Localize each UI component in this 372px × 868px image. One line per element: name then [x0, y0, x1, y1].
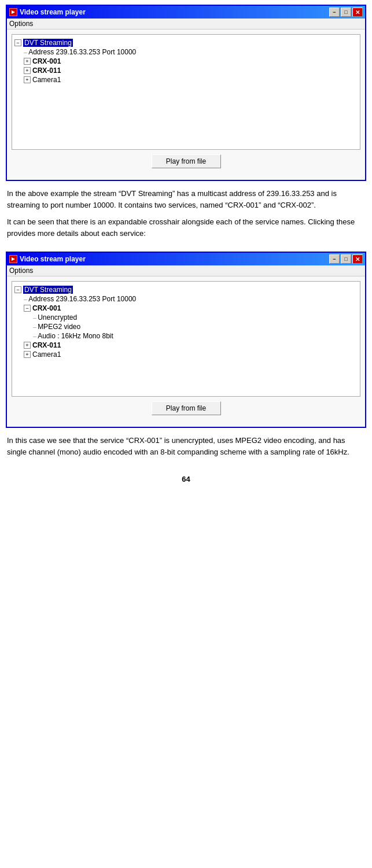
tree-item-crx001-2[interactable]: − CRX-001	[14, 304, 358, 313]
app-icon-1	[9, 8, 17, 16]
camera1-label-1: Camera1	[32, 76, 61, 84]
window-2: Video stream player − □ ✕ Options − DVT …	[6, 252, 366, 428]
tree-item-root-2[interactable]: − DVT Streaming	[14, 285, 358, 294]
expander-root-2[interactable]: −	[14, 286, 21, 293]
expander-camera1-1[interactable]: +	[24, 76, 31, 83]
dash-d2: –	[33, 323, 36, 330]
tree-item-crx011-2[interactable]: + CRX-011	[14, 341, 358, 350]
tree-item-crx011-1[interactable]: + CRX-011	[14, 66, 358, 75]
camera1-label-2: Camera1	[32, 350, 61, 359]
prose-1-para-1: In the above example the stream “DVT Str…	[7, 188, 365, 210]
crx011-label-2: CRX-011	[32, 341, 61, 349]
crx001-label-2: CRX-001	[32, 304, 61, 312]
minimize-button-1[interactable]: −	[329, 8, 340, 17]
maximize-button-1[interactable]: □	[341, 8, 351, 17]
tree-item-camera1-1[interactable]: + Camera1	[14, 75, 358, 84]
expander-crx011-1[interactable]: +	[24, 67, 31, 74]
tree-item-crx001-detail2: – MPEG2 video	[14, 322, 358, 331]
page-number: 64	[6, 475, 366, 483]
address-label-1: Address 239.16.33.253 Port 10000	[28, 48, 136, 56]
close-button-1[interactable]: ✕	[352, 8, 363, 17]
tree-item-address-2: – Address 239.16.33.253 Port 10000	[14, 294, 358, 304]
menubar-1: Options	[7, 19, 365, 29]
address-label-2: Address 239.16.33.253 Port 10000	[28, 295, 136, 303]
tree-item-crx001-1[interactable]: + CRX-001	[14, 57, 358, 66]
crx001-label-1: CRX-001	[32, 57, 61, 65]
tree-item-address-1: – Address 239.16.33.253 Port 10000	[14, 47, 358, 57]
tree-item-crx001-detail3: – Audio : 16kHz Mono 8bit	[14, 331, 358, 341]
page-wrapper: Video stream player − □ ✕ Options − DVT …	[0, 0, 372, 493]
title-left-1: Video stream player	[9, 8, 86, 16]
menu-options-1[interactable]: Options	[9, 20, 33, 28]
prose-section-2: In this case we see that the service “CR…	[6, 428, 366, 470]
tree-panel-1: − DVT Streaming – Address 239.16.33.253 …	[12, 34, 360, 150]
prose-section-1: In the above example the stream “DVT Str…	[6, 181, 366, 252]
dash-d3: –	[33, 333, 36, 339]
menu-options-2[interactable]: Options	[9, 267, 33, 275]
play-from-file-button-1[interactable]: Play from file	[152, 154, 221, 168]
crx001-detail2-label: MPEG2 video	[38, 323, 80, 331]
crx001-detail3-label: Audio : 16kHz Mono 8bit	[38, 332, 113, 340]
window-controls-2: − □ ✕	[329, 254, 363, 264]
dash-d1: –	[33, 314, 36, 321]
menubar-2: Options	[7, 265, 365, 276]
crx001-detail1-label: Unencrypted	[38, 313, 77, 322]
window-title-1: Video stream player	[20, 8, 86, 16]
maximize-button-2[interactable]: □	[341, 254, 351, 264]
expander-crx001-1[interactable]: +	[24, 58, 31, 65]
expander-camera1-2[interactable]: +	[24, 351, 31, 358]
close-button-2[interactable]: ✕	[352, 254, 363, 264]
minimize-button-2[interactable]: −	[329, 254, 340, 264]
titlebar-1: Video stream player − □ ✕	[7, 6, 365, 19]
expander-root-1[interactable]: −	[14, 39, 21, 46]
tree-item-root-1[interactable]: − DVT Streaming	[14, 38, 358, 47]
crx011-label-1: CRX-011	[32, 67, 61, 75]
title-left-2: Video stream player	[9, 255, 86, 263]
prose-2-para-1: In this case we see that the service “CR…	[7, 435, 365, 457]
expander-crx001-2[interactable]: −	[24, 305, 31, 312]
root-label-2: DVT Streaming	[23, 286, 73, 294]
titlebar-2: Video stream player − □ ✕	[7, 253, 365, 265]
dash-2: –	[24, 296, 27, 302]
expander-crx011-2[interactable]: +	[24, 342, 31, 349]
tree-item-camera1-2[interactable]: + Camera1	[14, 350, 358, 359]
window-title-2: Video stream player	[20, 255, 86, 263]
window-controls-1: − □ ✕	[329, 8, 363, 17]
tree-item-crx001-detail1: – Unencrypted	[14, 313, 358, 322]
window-1: Video stream player − □ ✕ Options − DVT …	[6, 5, 366, 181]
dash-1: –	[24, 49, 27, 56]
window-content-2: − DVT Streaming – Address 239.16.33.253 …	[7, 276, 365, 427]
app-icon-2	[9, 255, 17, 263]
tree-panel-2: − DVT Streaming – Address 239.16.33.253 …	[12, 281, 360, 397]
play-from-file-button-2[interactable]: Play from file	[152, 401, 221, 415]
window-content-1: − DVT Streaming – Address 239.16.33.253 …	[7, 29, 365, 180]
prose-1-para-2: It can be seen that there is an expandab…	[7, 216, 365, 239]
root-label-1: DVT Streaming	[23, 39, 73, 47]
